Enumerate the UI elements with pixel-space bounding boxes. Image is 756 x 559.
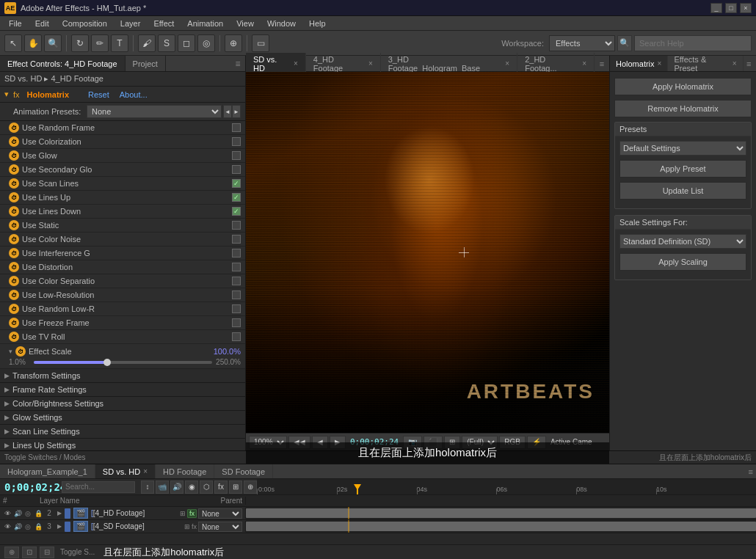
reset-button[interactable]: Reset bbox=[88, 90, 109, 99]
scale-settings-select[interactable]: Standard Definition (SD) bbox=[619, 234, 746, 249]
effect-scale-value[interactable]: 100.0% bbox=[214, 347, 241, 356]
checkbox-freeze-frame[interactable] bbox=[232, 318, 241, 327]
window-controls[interactable]: _ □ × bbox=[710, 3, 752, 13]
remove-holomatrix-button[interactable]: Remove Holomatrix bbox=[614, 100, 752, 117]
comp-tab-close-2hd[interactable]: × bbox=[582, 59, 586, 67]
tl-bottom-btn-2[interactable]: ⊡ bbox=[22, 547, 37, 558]
tl-solo-3[interactable]: ◎ bbox=[23, 522, 32, 531]
checkbox-lines-down[interactable]: ✓ bbox=[232, 207, 241, 216]
comp-tab-close-4hd[interactable]: × bbox=[368, 59, 373, 67]
checkbox-static[interactable] bbox=[232, 221, 241, 230]
checkbox-color-separation[interactable] bbox=[232, 277, 241, 285]
menu-effect[interactable]: Effect bbox=[148, 18, 180, 29]
about-button[interactable]: About... bbox=[120, 90, 148, 99]
checkbox-lines-up[interactable]: ✓ bbox=[232, 193, 241, 202]
comp-tab-3hd[interactable]: 3_HD Footage_Hologram_Base × bbox=[381, 53, 517, 75]
tl-expand-3[interactable]: ▶ bbox=[56, 523, 63, 530]
section-glow[interactable]: ▶ Glow Settings bbox=[0, 411, 245, 425]
menu-layer[interactable]: Layer bbox=[115, 18, 147, 29]
timeline-menu-btn[interactable]: ≡ bbox=[749, 467, 753, 476]
tool-hand[interactable]: ✋ bbox=[24, 34, 42, 52]
composition-view[interactable]: ARTBEATS bbox=[246, 72, 609, 433]
apply-preset-button[interactable]: Apply Preset bbox=[619, 160, 746, 178]
apply-scaling-button[interactable]: Apply Scaling bbox=[619, 253, 746, 271]
section-frame-rate[interactable]: ▶ Frame Rate Settings bbox=[0, 383, 245, 397]
tl-eye-2[interactable]: 👁 bbox=[3, 509, 12, 518]
timeline-tab-close-sd-hd[interactable]: × bbox=[143, 467, 148, 475]
timeline-tab-sd[interactable]: SD Footage bbox=[214, 464, 273, 478]
tl-lock-3[interactable]: 🔒 bbox=[34, 522, 43, 531]
comp-tab-close-sd-hd[interactable]: × bbox=[294, 59, 298, 67]
tl-btn-8[interactable]: ⊕ bbox=[244, 481, 257, 494]
tl-audio-3[interactable]: 🔊 bbox=[13, 522, 22, 531]
menu-animation[interactable]: Animation bbox=[181, 18, 229, 29]
effects-preset-tab-close[interactable]: × bbox=[733, 59, 737, 67]
tool-shape[interactable]: ▭ bbox=[252, 34, 269, 52]
menu-edit[interactable]: Edit bbox=[29, 18, 55, 29]
presets-select[interactable]: Default Settings bbox=[619, 141, 746, 156]
tl-parent-select-3[interactable]: None bbox=[198, 522, 242, 532]
update-list-button[interactable]: Update List bbox=[619, 182, 746, 200]
timeline-current-time[interactable]: 0;00;02;24 bbox=[0, 481, 59, 493]
checkbox-tv-roll[interactable] bbox=[232, 332, 241, 341]
panel-close-button[interactable]: ≡ bbox=[230, 56, 245, 71]
section-color-brightness[interactable]: ▶ Color/Brightness Settings bbox=[0, 397, 245, 411]
section-scan-line[interactable]: ▶ Scan Line Settings bbox=[0, 425, 245, 439]
comp-panel-menu[interactable]: ≡ bbox=[595, 56, 609, 71]
timeline-tab-hologram[interactable]: Hologram_Example_1 bbox=[0, 464, 95, 478]
timeline-tab-sd-hd[interactable]: SD vs. HD × bbox=[95, 464, 156, 478]
tl-btn-5[interactable]: ⬡ bbox=[200, 481, 213, 494]
tool-clone[interactable]: S bbox=[158, 34, 175, 52]
tl-bottom-btn-3[interactable]: ⊟ bbox=[40, 547, 54, 558]
preset-next[interactable]: ► bbox=[232, 105, 241, 118]
timeline-search-input[interactable] bbox=[62, 481, 135, 493]
menu-file[interactable]: File bbox=[3, 18, 28, 29]
tl-eye-3[interactable]: 👁 bbox=[3, 522, 12, 531]
section-transform[interactable]: ▶ Transform Settings bbox=[0, 369, 245, 383]
tl-audio-2[interactable]: 🔊 bbox=[13, 509, 22, 518]
tool-zoom[interactable]: 🔍 bbox=[44, 34, 62, 52]
tl-expand-2[interactable]: ▶ bbox=[56, 510, 63, 517]
checkbox-colorization[interactable] bbox=[232, 137, 241, 146]
tool-select[interactable]: ↖ bbox=[4, 34, 22, 52]
workspace-select[interactable]: Effects bbox=[549, 35, 615, 51]
tool-puppet[interactable]: ⊕ bbox=[225, 34, 242, 52]
tl-solo-2[interactable]: ◎ bbox=[23, 509, 32, 518]
scale-slider[interactable] bbox=[34, 361, 212, 364]
tl-btn-2[interactable]: 📹 bbox=[156, 481, 169, 494]
tool-text[interactable]: T bbox=[111, 34, 128, 52]
scale-slider-thumb[interactable] bbox=[103, 359, 111, 366]
animation-preset-select[interactable]: None bbox=[87, 105, 222, 118]
tab-holomatrix[interactable]: Holomatrix × bbox=[610, 56, 668, 71]
timeline-tab-hd[interactable]: HD Footage bbox=[156, 464, 214, 478]
menu-window[interactable]: Window bbox=[261, 18, 302, 29]
comp-tab-sd-hd[interactable]: SD vs. HD × bbox=[246, 53, 306, 75]
checkbox-low-resolution[interactable] bbox=[232, 291, 241, 299]
tl-btn-6[interactable]: fx bbox=[214, 481, 228, 494]
tab-effect-controls[interactable]: Effect Controls: 4_HD Footage bbox=[0, 56, 126, 71]
checkbox-color-noise[interactable] bbox=[232, 235, 241, 244]
checkbox-interference[interactable] bbox=[232, 249, 241, 257]
tool-pen[interactable]: ✏ bbox=[91, 34, 109, 52]
tl-bottom-btn-1[interactable]: ⊕ bbox=[4, 547, 19, 558]
tool-rotate[interactable]: ↻ bbox=[71, 34, 89, 52]
tool-eraser[interactable]: ◻ bbox=[178, 34, 195, 52]
checkbox-secondary-glo[interactable] bbox=[232, 165, 241, 174]
restore-button[interactable]: □ bbox=[725, 3, 737, 13]
checkbox-glow[interactable] bbox=[232, 151, 241, 160]
tool-brush[interactable]: 🖌 bbox=[138, 34, 156, 52]
tl-parent-select-2[interactable]: None bbox=[198, 508, 242, 519]
checkbox-random-frame[interactable] bbox=[232, 123, 241, 132]
checkbox-random-low-r[interactable] bbox=[232, 304, 241, 313]
comp-tab-2hd[interactable]: 2_HD Footag... × bbox=[517, 53, 595, 75]
tab-effects-preset[interactable]: Effects & Preset × bbox=[668, 56, 743, 71]
menu-help[interactable]: Help bbox=[303, 18, 332, 29]
tl-btn-3[interactable]: 🔊 bbox=[170, 481, 183, 494]
holomatrix-tab-close[interactable]: × bbox=[658, 59, 662, 67]
menu-view[interactable]: View bbox=[230, 18, 260, 29]
apply-holomatrix-button[interactable]: Apply Holomatrix bbox=[614, 78, 752, 95]
right-panel-menu-btn[interactable]: ≡ bbox=[744, 56, 755, 71]
checkbox-scan-lines[interactable]: ✓ bbox=[232, 179, 241, 188]
tl-btn-4[interactable]: ◉ bbox=[185, 481, 198, 494]
tool-roto[interactable]: ◎ bbox=[197, 34, 215, 52]
